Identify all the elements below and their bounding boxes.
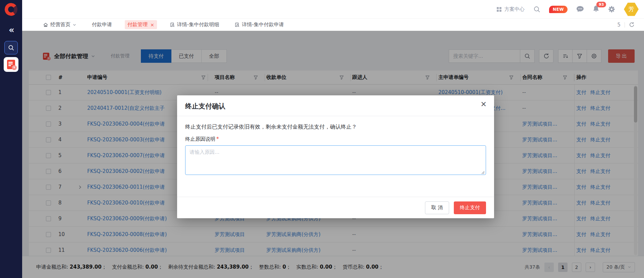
refresh-tabs-icon[interactable] [629,22,635,28]
doc-search-icon [170,22,175,28]
payment-doc-icon: ¥ [7,60,15,69]
tab-5[interactable]: 详情-集中付款申请 [232,20,286,29]
sidebar-search-button[interactable] [4,41,18,54]
tab-label: 经营首页 [50,21,70,28]
reason-field-label: 终止原因说明* [185,136,486,142]
close-tab-icon[interactable]: × [150,22,154,28]
doc-search-icon [234,22,240,28]
chevron-down-icon [72,23,76,27]
tab-3[interactable]: 付款管理× [125,20,157,29]
dialog-header: 终止支付确认 ✕ [177,95,494,116]
chat-icon[interactable] [576,6,584,13]
tab-4[interactable]: 详情-集中付款明细 [167,20,222,29]
sidebar-item-payment-app[interactable]: ¥ [4,57,18,72]
tab-1[interactable]: 经营首页 [40,20,79,29]
tab-2[interactable]: 付款申请 [89,20,115,29]
search-icon [8,44,14,51]
app-window: « ¥ 方案中心 NEW 93 芳 经营首页 [0,0,644,278]
resize-handle-icon[interactable] [481,171,485,174]
gear-icon[interactable] [608,6,615,13]
scheme-center-button[interactable]: 方案中心 [496,6,525,12]
terminate-payment-dialog: 终止支付确认 ✕ 终止支付后已支付记录依旧有效，剩余未支付金额无法支付，确认终止… [177,95,494,218]
close-icon[interactable]: ✕ [481,101,487,108]
confirm-terminate-button[interactable]: 终止支付 [454,201,486,214]
dialog-title: 终止支付确认 [185,102,225,110]
reason-textarea[interactable] [185,145,486,175]
avatar[interactable]: 芳 [624,3,639,16]
company-logo-icon[interactable] [4,2,18,17]
scheme-center-label: 方案中心 [504,6,525,12]
grid-icon [496,7,502,12]
divider [625,22,625,28]
sidebar: « ¥ [0,0,22,278]
tab-label: 详情-集中付款明细 [177,21,219,28]
yen-badge-icon: ¥ [12,65,17,70]
dialog-body: 终止支付后已支付记录依旧有效，剩余未支付金额无法支付，确认终止？ 终止原因说明* [177,116,494,176]
required-mark: * [216,136,219,142]
tab-list: 经营首页付款申请付款管理×详情-集中付款明细详情-集中付款申请 [40,20,297,29]
tab-label: 付款管理 [127,21,148,28]
tab-label: 付款申请 [92,21,112,28]
confirm-message: 终止支付后已支付记录依旧有效，剩余未支付金额无法支付，确认终止？ [185,124,486,131]
breadcrumb-tabbar: 经营首页付款申请付款管理×详情-集中付款明细详情-集中付款申请 5 [22,18,644,31]
search-icon[interactable] [533,6,540,13]
notification-count-badge: 93 [596,2,606,7]
open-tab-count: 5 [617,22,621,28]
notifications-button[interactable]: 93 [593,5,599,14]
home-icon [43,22,48,28]
dialog-footer: 取 消 终止支付 [177,197,494,218]
tab-label: 详情-集中付款申请 [242,21,284,28]
cancel-button[interactable]: 取 消 [425,201,449,214]
top-header: 方案中心 NEW 93 芳 [22,0,644,18]
collapse-sidebar-icon[interactable]: « [0,25,22,35]
new-badge[interactable]: NEW [549,6,568,13]
